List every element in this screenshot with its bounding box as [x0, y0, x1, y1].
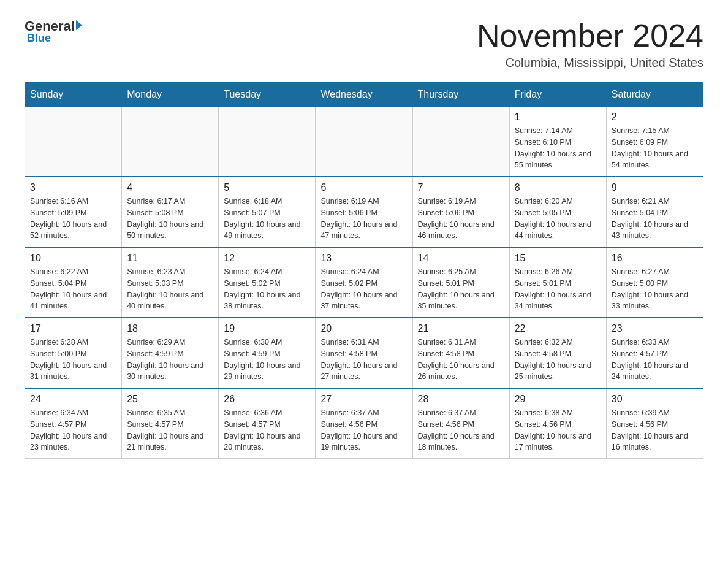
page-header: General Blue November 2024 Columbia, Mis…	[25, 18, 703, 70]
weekday-header-monday: Monday	[122, 83, 219, 107]
day-info: Sunrise: 6:16 AMSunset: 5:09 PMDaylight:…	[30, 196, 116, 242]
logo: General Blue	[25, 18, 82, 45]
weekday-header-sunday: Sunday	[25, 83, 122, 107]
calendar-day-cell: 15Sunrise: 6:26 AMSunset: 5:01 PMDayligh…	[509, 247, 606, 318]
calendar-day-cell: 21Sunrise: 6:31 AMSunset: 4:58 PMDayligh…	[412, 318, 509, 388]
day-info: Sunrise: 6:28 AMSunset: 5:00 PMDaylight:…	[30, 337, 116, 383]
day-number: 10	[30, 253, 116, 264]
day-number: 24	[30, 394, 116, 405]
day-info: Sunrise: 6:37 AMSunset: 4:56 PMDaylight:…	[418, 407, 504, 453]
day-info: Sunrise: 6:26 AMSunset: 5:01 PMDaylight:…	[515, 266, 601, 312]
day-info: Sunrise: 6:24 AMSunset: 5:02 PMDaylight:…	[320, 266, 407, 312]
day-number: 4	[127, 182, 213, 193]
calendar-table: SundayMondayTuesdayWednesdayThursdayFrid…	[25, 82, 703, 459]
day-info: Sunrise: 7:15 AMSunset: 6:09 PMDaylight:…	[612, 125, 698, 171]
day-number: 21	[418, 323, 504, 334]
day-info: Sunrise: 6:33 AMSunset: 4:57 PMDaylight:…	[612, 337, 698, 383]
logo-blue-text: Blue	[27, 32, 51, 45]
day-info: Sunrise: 6:20 AMSunset: 5:05 PMDaylight:…	[515, 196, 601, 242]
day-number: 6	[320, 182, 407, 193]
calendar-day-cell: 1Sunrise: 7:14 AMSunset: 6:10 PMDaylight…	[509, 107, 606, 177]
day-number: 27	[320, 394, 407, 405]
weekday-header-saturday: Saturday	[606, 83, 703, 107]
day-number: 26	[224, 394, 310, 405]
day-info: Sunrise: 6:38 AMSunset: 4:56 PMDaylight:…	[515, 407, 601, 453]
day-number: 28	[418, 394, 504, 405]
month-title: November 2024	[477, 18, 703, 53]
calendar-day-cell: 3Sunrise: 6:16 AMSunset: 5:09 PMDaylight…	[25, 177, 122, 247]
weekday-header-wednesday: Wednesday	[316, 83, 412, 107]
day-number: 29	[515, 394, 601, 405]
day-info: Sunrise: 6:31 AMSunset: 4:58 PMDaylight:…	[418, 337, 504, 383]
day-number: 11	[127, 253, 213, 264]
calendar-day-cell: 10Sunrise: 6:22 AMSunset: 5:04 PMDayligh…	[25, 247, 122, 318]
day-number: 9	[612, 182, 698, 193]
calendar-day-cell	[412, 107, 509, 177]
calendar-day-cell: 16Sunrise: 6:27 AMSunset: 5:00 PMDayligh…	[606, 247, 703, 318]
day-info: Sunrise: 6:24 AMSunset: 5:02 PMDaylight:…	[224, 266, 310, 312]
day-number: 20	[320, 323, 407, 334]
day-number: 7	[418, 182, 504, 193]
calendar-day-cell: 12Sunrise: 6:24 AMSunset: 5:02 PMDayligh…	[219, 247, 316, 318]
calendar-day-cell: 17Sunrise: 6:28 AMSunset: 5:00 PMDayligh…	[25, 318, 122, 388]
weekday-header-tuesday: Tuesday	[219, 83, 316, 107]
day-info: Sunrise: 6:39 AMSunset: 4:56 PMDaylight:…	[612, 407, 698, 453]
day-info: Sunrise: 6:19 AMSunset: 5:06 PMDaylight:…	[320, 196, 407, 242]
day-number: 12	[224, 253, 310, 264]
day-number: 17	[30, 323, 116, 334]
calendar-week-row: 24Sunrise: 6:34 AMSunset: 4:57 PMDayligh…	[25, 388, 703, 459]
day-number: 22	[515, 323, 601, 334]
calendar-day-cell: 27Sunrise: 6:37 AMSunset: 4:56 PMDayligh…	[316, 388, 412, 459]
calendar-day-cell: 13Sunrise: 6:24 AMSunset: 5:02 PMDayligh…	[316, 247, 412, 318]
day-number: 5	[224, 182, 310, 193]
calendar-week-row: 10Sunrise: 6:22 AMSunset: 5:04 PMDayligh…	[25, 247, 703, 318]
day-info: Sunrise: 7:14 AMSunset: 6:10 PMDaylight:…	[515, 125, 601, 171]
day-info: Sunrise: 6:19 AMSunset: 5:06 PMDaylight:…	[418, 196, 504, 242]
calendar-day-cell: 30Sunrise: 6:39 AMSunset: 4:56 PMDayligh…	[606, 388, 703, 459]
day-info: Sunrise: 6:35 AMSunset: 4:57 PMDaylight:…	[127, 407, 213, 453]
calendar-day-cell: 19Sunrise: 6:30 AMSunset: 4:59 PMDayligh…	[219, 318, 316, 388]
day-number: 19	[224, 323, 310, 334]
calendar-day-cell: 7Sunrise: 6:19 AMSunset: 5:06 PMDaylight…	[412, 177, 509, 247]
day-info: Sunrise: 6:32 AMSunset: 4:58 PMDaylight:…	[515, 337, 601, 383]
day-info: Sunrise: 6:31 AMSunset: 4:58 PMDaylight:…	[320, 337, 407, 383]
calendar-day-cell: 18Sunrise: 6:29 AMSunset: 4:59 PMDayligh…	[122, 318, 219, 388]
calendar-day-cell: 28Sunrise: 6:37 AMSunset: 4:56 PMDayligh…	[412, 388, 509, 459]
calendar-week-row: 1Sunrise: 7:14 AMSunset: 6:10 PMDaylight…	[25, 107, 703, 177]
day-info: Sunrise: 6:23 AMSunset: 5:03 PMDaylight:…	[127, 266, 213, 312]
day-info: Sunrise: 6:22 AMSunset: 5:04 PMDaylight:…	[30, 266, 116, 312]
calendar-day-cell	[122, 107, 219, 177]
calendar-header-row: SundayMondayTuesdayWednesdayThursdayFrid…	[25, 83, 703, 107]
day-info: Sunrise: 6:34 AMSunset: 4:57 PMDaylight:…	[30, 407, 116, 453]
calendar-day-cell: 26Sunrise: 6:36 AMSunset: 4:57 PMDayligh…	[219, 388, 316, 459]
calendar-day-cell: 9Sunrise: 6:21 AMSunset: 5:04 PMDaylight…	[606, 177, 703, 247]
calendar-week-row: 17Sunrise: 6:28 AMSunset: 5:00 PMDayligh…	[25, 318, 703, 388]
calendar-day-cell: 11Sunrise: 6:23 AMSunset: 5:03 PMDayligh…	[122, 247, 219, 318]
calendar-day-cell	[219, 107, 316, 177]
day-info: Sunrise: 6:37 AMSunset: 4:56 PMDaylight:…	[320, 407, 407, 453]
day-number: 8	[515, 182, 601, 193]
day-number: 13	[320, 253, 407, 264]
day-number: 3	[30, 182, 116, 193]
day-info: Sunrise: 6:27 AMSunset: 5:00 PMDaylight:…	[612, 266, 698, 312]
weekday-header-friday: Friday	[509, 83, 606, 107]
calendar-day-cell: 29Sunrise: 6:38 AMSunset: 4:56 PMDayligh…	[509, 388, 606, 459]
day-info: Sunrise: 6:30 AMSunset: 4:59 PMDaylight:…	[224, 337, 310, 383]
day-info: Sunrise: 6:25 AMSunset: 5:01 PMDaylight:…	[418, 266, 504, 312]
day-number: 23	[612, 323, 698, 334]
calendar-day-cell: 20Sunrise: 6:31 AMSunset: 4:58 PMDayligh…	[316, 318, 412, 388]
day-info: Sunrise: 6:18 AMSunset: 5:07 PMDaylight:…	[224, 196, 310, 242]
day-number: 15	[515, 253, 601, 264]
weekday-header-thursday: Thursday	[412, 83, 509, 107]
calendar-day-cell: 14Sunrise: 6:25 AMSunset: 5:01 PMDayligh…	[412, 247, 509, 318]
location-title: Columbia, Mississippi, United States	[477, 56, 703, 70]
calendar-day-cell	[25, 107, 122, 177]
day-info: Sunrise: 6:29 AMSunset: 4:59 PMDaylight:…	[127, 337, 213, 383]
day-info: Sunrise: 6:21 AMSunset: 5:04 PMDaylight:…	[612, 196, 698, 242]
day-number: 30	[612, 394, 698, 405]
calendar-day-cell: 23Sunrise: 6:33 AMSunset: 4:57 PMDayligh…	[606, 318, 703, 388]
calendar-day-cell: 24Sunrise: 6:34 AMSunset: 4:57 PMDayligh…	[25, 388, 122, 459]
day-number: 14	[418, 253, 504, 264]
calendar-day-cell: 25Sunrise: 6:35 AMSunset: 4:57 PMDayligh…	[122, 388, 219, 459]
calendar-week-row: 3Sunrise: 6:16 AMSunset: 5:09 PMDaylight…	[25, 177, 703, 247]
